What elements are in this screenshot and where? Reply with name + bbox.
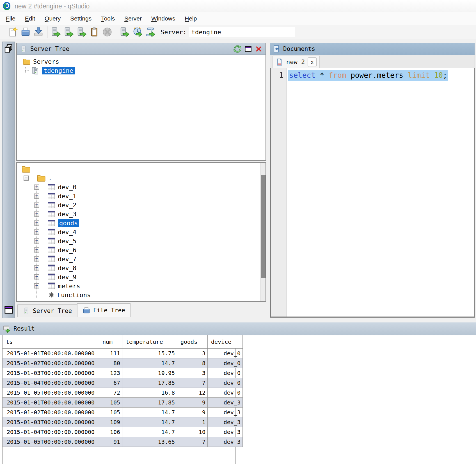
result-row-2[interactable]: 2015-01-03T00:00:00.00000012319.953dev_0 bbox=[3, 368, 243, 378]
restore-window-icon[interactable] bbox=[4, 305, 14, 315]
column-header-ts[interactable]: ts bbox=[3, 335, 99, 349]
tree-root-folder[interactable] bbox=[21, 165, 266, 174]
column-header-num[interactable]: num bbox=[99, 335, 122, 349]
close-panel-icon[interactable] bbox=[255, 45, 263, 53]
result-row-6[interactable]: 2015-01-02T00:00:00.00000010514.79dev_3 bbox=[3, 408, 243, 417]
editor-gutter: 1 bbox=[271, 68, 287, 317]
tree-connector bbox=[39, 295, 45, 295]
tab-file-tree[interactable]: File Tree bbox=[77, 303, 131, 317]
tree-item-dev_5[interactable]: +dev_5 bbox=[34, 236, 266, 245]
folder-icon bbox=[22, 57, 31, 66]
stacked-windows-icon[interactable] bbox=[4, 44, 13, 54]
run-script-button[interactable] bbox=[145, 27, 155, 37]
dock-strip bbox=[2, 42, 15, 318]
result-row-3[interactable]: 2015-01-04T00:00:00.0000006717.857dev_0 bbox=[3, 378, 243, 388]
tree-item-tdengine[interactable]: tdengine bbox=[25, 66, 266, 75]
new-file-button[interactable] bbox=[7, 27, 18, 37]
table-label: dev_7 bbox=[58, 256, 76, 263]
result-row-4[interactable]: 2015-01-05T00:00:00.0000007216.812dev_0 bbox=[3, 388, 243, 398]
column-header-device[interactable]: device bbox=[208, 335, 243, 349]
run-query-server-button[interactable] bbox=[50, 27, 61, 37]
code-line-1[interactable]: select * from power.meters limit 10; bbox=[288, 68, 448, 82]
menu-query[interactable]: Query bbox=[40, 15, 65, 22]
tree-connector bbox=[42, 250, 45, 250]
expand-plus-icon[interactable]: + bbox=[34, 203, 39, 208]
save-button[interactable] bbox=[33, 27, 44, 37]
column-header-goods[interactable]: goods bbox=[177, 335, 208, 349]
tree-item-dev_3[interactable]: +dev_3 bbox=[34, 210, 266, 219]
expand-plus-icon[interactable]: + bbox=[34, 247, 39, 253]
send-query-server-button[interactable] bbox=[119, 27, 130, 37]
server-selector-field[interactable] bbox=[189, 27, 295, 37]
result-cell: dev_3 bbox=[208, 408, 243, 417]
result-cell: 3 bbox=[177, 349, 208, 358]
tree-item-dev_8[interactable]: +dev_8 bbox=[34, 263, 266, 272]
result-row-9[interactable]: 2015-01-05T00:00:00.0000009113.657dev_3 bbox=[3, 437, 243, 447]
menu-help[interactable]: Help bbox=[180, 15, 202, 22]
menu-windows[interactable]: Windows bbox=[147, 15, 180, 22]
expand-plus-icon[interactable]: + bbox=[34, 185, 39, 190]
title-bar: new 2 #tdengine - qStudio bbox=[0, 0, 476, 12]
maximize-panel-icon[interactable] bbox=[244, 45, 252, 53]
result-header-row: tsnumtemperaturegoodsdevice bbox=[3, 335, 243, 349]
sql-editor[interactable]: 1 select * from power.meters limit 10; bbox=[270, 68, 475, 317]
scrollbar-track[interactable] bbox=[260, 163, 266, 301]
code-token-keyword: select bbox=[289, 71, 320, 79]
expand-plus-icon[interactable]: + bbox=[34, 194, 39, 199]
menu-server[interactable]: Server bbox=[120, 15, 147, 22]
result-row-7[interactable]: 2015-01-03T00:00:00.00000010914.71dev_3 bbox=[3, 417, 243, 427]
result-row-0[interactable]: 2015-01-01T00:00:00.00000011115.753dev_0 bbox=[3, 349, 243, 358]
expand-plus-icon[interactable]: + bbox=[34, 211, 39, 217]
result-row-1[interactable]: 2015-01-02T00:00:00.0000008014.78dev_0 bbox=[3, 358, 243, 368]
column-header-temperature[interactable]: temperature bbox=[122, 335, 177, 349]
tree-item-goods[interactable]: +goods bbox=[34, 219, 266, 228]
expand-plus-icon[interactable]: + bbox=[34, 265, 39, 270]
toolbar: Server: bbox=[0, 25, 476, 39]
tree-item-dev_9[interactable]: +dev_9 bbox=[34, 272, 266, 281]
menu-file[interactable]: File bbox=[1, 15, 20, 22]
line-number: 1 bbox=[271, 68, 286, 82]
collapse-minus-icon[interactable]: − bbox=[24, 176, 29, 181]
run-file-server-button[interactable] bbox=[76, 27, 87, 37]
result-cell: 9 bbox=[177, 398, 208, 408]
tree-item-dev_0[interactable]: +dev_0 bbox=[34, 183, 266, 192]
tree-item-dot-folder[interactable]: − . bbox=[24, 174, 266, 183]
tree-item-meters[interactable]: +meters bbox=[34, 281, 266, 290]
run-line-server-button[interactable] bbox=[63, 27, 74, 37]
scheduled-refresh-button[interactable] bbox=[132, 27, 143, 37]
table-icon bbox=[47, 264, 56, 272]
result-row-8[interactable]: 2015-01-04T00:00:00.00000010614.710dev_3 bbox=[3, 427, 243, 437]
tab-server-tree[interactable]: Server Tree bbox=[17, 304, 77, 317]
expand-plus-icon[interactable]: + bbox=[34, 274, 39, 279]
menu-tools[interactable]: Tools bbox=[96, 15, 120, 22]
dot-folder-label: . bbox=[48, 175, 52, 182]
paste-clipboard-button[interactable] bbox=[89, 27, 100, 37]
tree-item-dev_7[interactable]: +dev_7 bbox=[34, 254, 266, 263]
tree-item-servers[interactable]: Servers bbox=[22, 57, 266, 66]
expand-plus-icon[interactable]: + bbox=[34, 220, 39, 226]
expand-plus-icon[interactable]: + bbox=[34, 256, 39, 261]
toolbar-separator bbox=[116, 26, 116, 38]
result-cell: 2015-01-05T00:00:00.000000 bbox=[3, 388, 99, 398]
tree-item-functions[interactable]: Functions bbox=[39, 290, 266, 299]
result-row-5[interactable]: 2015-01-01T00:00:00.00000010517.859dev_3 bbox=[3, 398, 243, 408]
open-file-button[interactable] bbox=[20, 27, 31, 37]
refresh-icon[interactable] bbox=[234, 45, 241, 53]
expand-plus-icon[interactable]: + bbox=[34, 229, 39, 235]
scrollbar-thumb[interactable] bbox=[261, 175, 266, 278]
expand-plus-icon[interactable]: + bbox=[34, 283, 39, 288]
tree-item-dev_6[interactable]: +dev_6 bbox=[34, 245, 266, 254]
tab-server-tree-label: Server Tree bbox=[33, 308, 72, 314]
expand-plus-icon[interactable]: + bbox=[34, 238, 39, 244]
tree-connector bbox=[42, 232, 45, 232]
tree-item-dev_1[interactable]: +dev_1 bbox=[34, 192, 266, 201]
tree-item-dev_2[interactable]: +dev_2 bbox=[34, 201, 266, 210]
menu-edit[interactable]: Edit bbox=[20, 15, 40, 22]
menu-settings[interactable]: Settings bbox=[65, 15, 96, 22]
close-tab-button[interactable]: x bbox=[308, 57, 317, 67]
result-cell: 16.8 bbox=[122, 388, 177, 398]
table-label: dev_3 bbox=[58, 211, 76, 218]
server-icon bbox=[23, 307, 30, 315]
tree-item-dev_4[interactable]: +dev_4 bbox=[34, 228, 266, 236]
document-tab-new2[interactable]: new 2 x bbox=[273, 56, 320, 68]
